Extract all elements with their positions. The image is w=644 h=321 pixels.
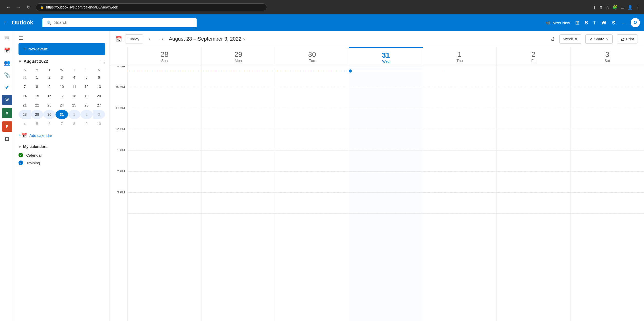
meet-now-button[interactable]: 📹 Meet Now — [546, 20, 570, 25]
hour-cell-tue-12[interactable] — [275, 129, 349, 150]
hour-cell-tue-2[interactable] — [275, 172, 349, 193]
hour-cell-wed-11[interactable] — [349, 108, 422, 129]
search-input[interactable] — [54, 20, 192, 25]
cal-day[interactable]: 14 — [19, 91, 31, 101]
hour-cell-wed-2[interactable] — [349, 172, 422, 193]
hour-cell-fri-10[interactable] — [497, 87, 570, 108]
share-icon[interactable]: ⬆ — [599, 5, 603, 10]
calendar-item-calendar[interactable]: ✓ Calendar — [19, 151, 105, 159]
cal-day[interactable]: 30 — [43, 110, 56, 119]
date-range[interactable]: August 28 – September 3, 2022 ∨ — [169, 36, 246, 42]
hour-cell-sat-10[interactable] — [571, 87, 644, 108]
cal-day[interactable]: 22 — [31, 101, 43, 110]
sidebar-people-icon[interactable]: 👥 — [2, 58, 12, 68]
hour-cell-mon-9[interactable] — [201, 66, 275, 87]
hour-cell-tue-10[interactable] — [275, 87, 349, 108]
cal-day[interactable]: 12 — [80, 82, 93, 91]
share-button[interactable]: ↗ Share ∨ — [585, 34, 613, 44]
hour-cell-sat-3[interactable] — [571, 193, 644, 214]
cal-day[interactable]: 1 — [68, 110, 80, 119]
more-icon[interactable]: ··· — [621, 20, 625, 26]
hour-cell-sun-12[interactable] — [128, 129, 201, 150]
cal-day[interactable]: 3 — [93, 110, 105, 119]
whiteboard-icon[interactable]: W — [601, 20, 606, 26]
sidebar-calendar-icon[interactable]: 📅 — [2, 45, 12, 56]
calendar-item-training[interactable]: ✓ Training — [19, 159, 105, 167]
hour-cell-mon-11[interactable] — [201, 108, 275, 129]
hour-cell-fri-12[interactable] — [497, 129, 570, 150]
sidebar-mail-icon[interactable]: ✉ — [2, 33, 12, 43]
cal-day[interactable]: 25 — [68, 101, 80, 110]
hour-cell-sat-9[interactable] — [571, 66, 644, 87]
cal-day[interactable]: 8 — [68, 119, 80, 128]
next-week-button[interactable]: → — [158, 34, 166, 43]
mini-cal-collapse-icon[interactable]: ∨ — [19, 59, 22, 64]
hour-cell-fri-1[interactable] — [497, 150, 570, 172]
hour-cell-wed-9[interactable] — [349, 66, 422, 87]
cal-day[interactable]: 21 — [19, 101, 31, 110]
cal-day[interactable]: 13 — [93, 82, 105, 91]
hour-cell-wed-10[interactable] — [349, 87, 422, 108]
cal-day[interactable]: 2 — [80, 110, 93, 119]
hour-cell-sat-12[interactable] — [571, 129, 644, 150]
back-button[interactable]: ← — [4, 4, 13, 11]
cal-day[interactable]: 31 — [19, 73, 31, 82]
my-calendars-header[interactable]: ∨ My calendars — [19, 144, 105, 149]
sidebar-word-icon[interactable]: W — [2, 95, 12, 105]
day-column-sun[interactable] — [127, 66, 201, 321]
hour-cell-thu-9[interactable] — [423, 66, 496, 87]
add-calendar-button[interactable]: +📅 Add calendar — [14, 128, 109, 142]
address-bar[interactable]: 🔒 https://outlook.live.com/calendar/0/vi… — [36, 3, 267, 11]
hour-cell-thu-11[interactable] — [423, 108, 496, 129]
print-button[interactable]: 🖨 Print — [617, 34, 638, 43]
waffle-icon[interactable]: ⁝ — [4, 20, 6, 26]
hour-cell-fri-2[interactable] — [497, 172, 570, 193]
hour-cell-wed-1[interactable] — [349, 150, 422, 172]
cal-day[interactable]: 7 — [56, 119, 68, 128]
hour-cell-fri-9[interactable] — [497, 66, 570, 87]
day-column-tue[interactable] — [275, 66, 349, 321]
hour-cell-thu-1[interactable] — [423, 150, 496, 172]
sidebar-excel-icon[interactable]: X — [2, 108, 12, 118]
mini-cal-prev-button[interactable]: ↑ — [99, 59, 101, 64]
skype-icon[interactable]: S — [585, 20, 588, 26]
hour-cell-sat-2[interactable] — [571, 172, 644, 193]
hour-cell-fri-3[interactable] — [497, 193, 570, 214]
split-icon[interactable]: ▭ — [621, 5, 624, 10]
hour-cell-thu-10[interactable] — [423, 87, 496, 108]
hour-cell-fri-11[interactable] — [497, 108, 570, 129]
view-selector[interactable]: Week ∨ — [559, 34, 581, 44]
hour-cell-tue-1[interactable] — [275, 150, 349, 172]
hour-cell-tue-9[interactable] — [275, 66, 349, 87]
today-button[interactable]: Today — [125, 34, 143, 43]
cal-day[interactable]: 26 — [80, 101, 93, 110]
cal-day[interactable]: 18 — [68, 91, 80, 101]
hour-cell-sun-2[interactable] — [128, 172, 201, 193]
cal-day[interactable]: 10 — [93, 119, 105, 128]
cal-day[interactable]: 4 — [19, 119, 31, 128]
day-column-sat[interactable] — [570, 66, 644, 321]
forward-button[interactable]: → — [14, 4, 23, 11]
cal-day[interactable]: 9 — [43, 82, 56, 91]
hour-cell-thu-12[interactable] — [423, 129, 496, 150]
sidebar-apps-icon[interactable]: ⊞ — [2, 134, 12, 144]
cal-day[interactable]: 16 — [43, 91, 56, 101]
cal-day[interactable]: 17 — [56, 91, 68, 101]
day-column-thu[interactable] — [423, 66, 496, 321]
cal-day-today[interactable]: 31 — [56, 110, 68, 119]
cal-day[interactable]: 27 — [93, 101, 105, 110]
hour-cell-tue-3[interactable] — [275, 193, 349, 214]
hour-cell-sun-10[interactable] — [128, 87, 201, 108]
day-column-mon[interactable] — [201, 66, 275, 321]
extension-icon[interactable]: 🧩 — [612, 5, 618, 10]
hour-cell-sat-1[interactable] — [571, 150, 644, 172]
cal-day[interactable]: 29 — [31, 110, 43, 119]
cal-day[interactable]: 4 — [68, 73, 80, 82]
cal-day[interactable]: 1 — [31, 73, 43, 82]
day-column-wed-today[interactable] — [349, 66, 422, 321]
new-event-button[interactable]: + New event — [19, 43, 105, 55]
hour-cell-thu-2[interactable] — [423, 172, 496, 193]
hour-cell-mon-3[interactable] — [201, 193, 275, 214]
sidebar-powerpoint-icon[interactable]: P — [2, 121, 12, 132]
sidebar-toggle-icon[interactable]: ☰ — [19, 35, 23, 41]
